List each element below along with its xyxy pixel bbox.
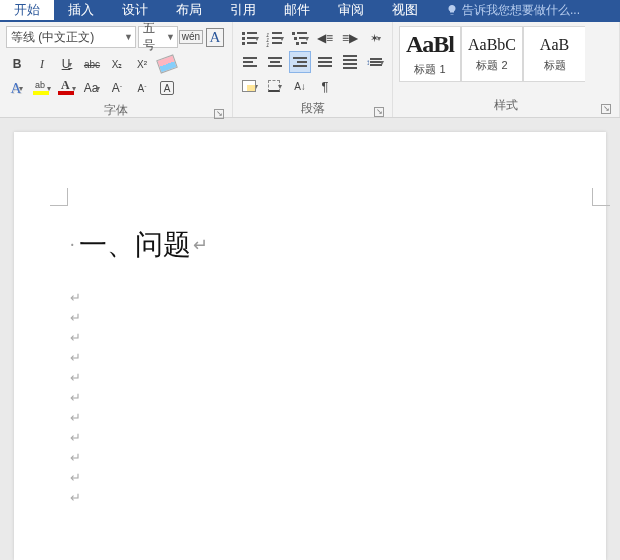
tab-insert[interactable]: 插入 xyxy=(54,0,108,20)
group-paragraph-label: 段落 ↘ xyxy=(239,98,386,120)
tellme-search[interactable]: 告诉我您想要做什么... xyxy=(432,0,594,20)
align-distributed-button[interactable] xyxy=(339,51,361,73)
lightbulb-icon xyxy=(446,4,458,16)
tellme-label: 告诉我您想要做什么... xyxy=(462,2,580,19)
style-name: 标题 xyxy=(544,58,566,73)
italic-button[interactable]: I xyxy=(31,53,53,75)
style-name: 标题 2 xyxy=(476,58,507,73)
font-size-combo[interactable]: 五号 ▼ xyxy=(138,26,178,48)
style-heading2[interactable]: AaBbC 标题 2 xyxy=(461,26,523,82)
chevron-down-icon: ▾ xyxy=(380,58,384,67)
tab-mailings[interactable]: 邮件 xyxy=(270,0,324,20)
font-color-icon xyxy=(58,81,74,95)
font-name-combo[interactable]: 等线 (中文正文) ▼ xyxy=(6,26,136,48)
underline-button[interactable]: U▾ xyxy=(56,53,78,75)
tab-layout[interactable]: 布局 xyxy=(162,0,216,20)
asian-layout-button[interactable]: ✶▾ xyxy=(364,27,386,49)
sort-button[interactable]: A↓ xyxy=(289,75,311,97)
chevron-down-icon: ▾ xyxy=(19,84,23,93)
page-content[interactable]: · 一、问题 ↵ ↵ ↵ ↵ ↵ ↵ ↵ ↵ ↵ ↵ ↵ ↵ xyxy=(70,226,576,508)
styles-dialog-launcher[interactable]: ↘ xyxy=(601,104,611,114)
group-font: 等线 (中文正文) ▼ 五号 ▼ wén A B I U▾ abc X₂ X² xyxy=(0,22,233,117)
tab-design[interactable]: 设计 xyxy=(108,0,162,20)
align-left-button[interactable] xyxy=(239,51,261,73)
empty-paragraph[interactable]: ↵ xyxy=(70,348,576,368)
paragraph-dialog-launcher[interactable]: ↘ xyxy=(374,107,384,117)
style-name: 标题 1 xyxy=(414,62,445,77)
group-font-label: 字体 ↘ xyxy=(6,100,226,122)
chevron-down-icon: ▾ xyxy=(96,84,100,93)
margin-corner-tl xyxy=(50,188,68,206)
document-heading[interactable]: · 一、问题 ↵ xyxy=(70,226,576,264)
font-size-value: 五号 xyxy=(143,20,162,54)
empty-paragraph[interactable]: ↵ xyxy=(70,308,576,328)
empty-paragraph[interactable]: ↵ xyxy=(70,488,576,508)
chevron-down-icon: ▾ xyxy=(68,60,72,69)
paragraph-list[interactable]: ↵ ↵ ↵ ↵ ↵ ↵ ↵ ↵ ↵ ↵ ↵ xyxy=(70,288,576,508)
ribbon-tabs: 开始 插入 设计 布局 引用 邮件 审阅 视图 告诉我您想要做什么... xyxy=(0,0,620,22)
align-right-icon xyxy=(293,57,307,67)
style-heading1[interactable]: AaBl 标题 1 xyxy=(399,26,461,82)
tab-review[interactable]: 审阅 xyxy=(324,0,378,20)
shading-icon xyxy=(242,80,256,92)
font-color-button[interactable]: ▾ xyxy=(56,77,78,99)
tab-home[interactable]: 开始 xyxy=(0,0,54,20)
align-center-button[interactable] xyxy=(264,51,286,73)
chevron-down-icon: ▾ xyxy=(377,34,381,43)
style-preview: AaBbC xyxy=(468,36,516,54)
font-dialog-launcher[interactable]: ↘ xyxy=(214,109,224,119)
empty-paragraph[interactable]: ↵ xyxy=(70,288,576,308)
chevron-down-icon: ▼ xyxy=(120,32,133,42)
shrink-font-button[interactable]: Aˇ xyxy=(131,77,153,99)
text-effects-button[interactable]: A▾ xyxy=(6,77,28,99)
empty-paragraph[interactable]: ↵ xyxy=(70,448,576,468)
list-marker-icon: · xyxy=(70,235,75,256)
align-justify-icon xyxy=(318,57,332,67)
decrease-indent-button[interactable]: ◀≡ xyxy=(314,27,336,49)
align-right-button[interactable] xyxy=(289,51,311,73)
highlight-icon xyxy=(33,81,49,95)
superscript-button[interactable]: X² xyxy=(131,53,153,75)
page[interactable]: · 一、问题 ↵ ↵ ↵ ↵ ↵ ↵ ↵ ↵ ↵ ↵ ↵ ↵ xyxy=(14,132,606,560)
align-distributed-icon xyxy=(343,55,357,69)
phonetic-guide-button[interactable]: wén xyxy=(180,26,202,48)
empty-paragraph[interactable]: ↵ xyxy=(70,328,576,348)
tab-references[interactable]: 引用 xyxy=(216,0,270,20)
numbering-button[interactable]: ▾ xyxy=(264,27,286,49)
chevron-down-icon: ▼ xyxy=(162,32,175,42)
style-preview: AaB xyxy=(540,36,569,54)
style-title[interactable]: AaB 标题 xyxy=(523,26,585,82)
show-marks-button[interactable]: ¶ xyxy=(314,75,336,97)
align-justify-button[interactable] xyxy=(314,51,336,73)
group-paragraph: ▾ ▾ ▾ ◀≡ ≡▶ ✶▾ ↕▾ ▾ ▾ A↓ ¶ xyxy=(233,22,393,117)
empty-paragraph[interactable]: ↵ xyxy=(70,368,576,388)
subscript-button[interactable]: X₂ xyxy=(106,53,128,75)
empty-paragraph[interactable]: ↵ xyxy=(70,388,576,408)
eraser-icon xyxy=(156,54,178,73)
empty-paragraph[interactable]: ↵ xyxy=(70,468,576,488)
character-border-button[interactable]: A xyxy=(204,26,226,48)
clear-formatting-button[interactable] xyxy=(156,53,178,75)
increase-indent-button[interactable]: ≡▶ xyxy=(339,27,361,49)
grow-font-button[interactable]: Aˇ xyxy=(106,77,128,99)
borders-button[interactable]: ▾ xyxy=(264,75,286,97)
bold-button[interactable]: B xyxy=(6,53,28,75)
font-name-value: 等线 (中文正文) xyxy=(11,29,94,46)
enclose-characters-button[interactable]: A xyxy=(156,77,178,99)
change-case-button[interactable]: Aa▾ xyxy=(81,77,103,99)
heading-text: 一、问题 xyxy=(79,226,191,264)
chevron-down-icon: ▾ xyxy=(305,34,309,43)
chevron-down-icon: ▾ xyxy=(280,34,284,43)
highlight-button[interactable]: ▾ xyxy=(31,77,53,99)
bullets-button[interactable]: ▾ xyxy=(239,27,261,49)
line-spacing-button[interactable]: ↕▾ xyxy=(364,51,386,73)
empty-paragraph[interactable]: ↵ xyxy=(70,408,576,428)
strikethrough-button[interactable]: abc xyxy=(81,53,103,75)
group-styles-label: 样式 ↘ xyxy=(399,95,613,117)
empty-paragraph[interactable]: ↵ xyxy=(70,428,576,448)
shading-button[interactable]: ▾ xyxy=(239,75,261,97)
tab-view[interactable]: 视图 xyxy=(378,0,432,20)
multilevel-list-button[interactable]: ▾ xyxy=(289,27,311,49)
ribbon: 等线 (中文正文) ▼ 五号 ▼ wén A B I U▾ abc X₂ X² xyxy=(0,22,620,118)
style-preview: AaBl xyxy=(406,31,454,58)
